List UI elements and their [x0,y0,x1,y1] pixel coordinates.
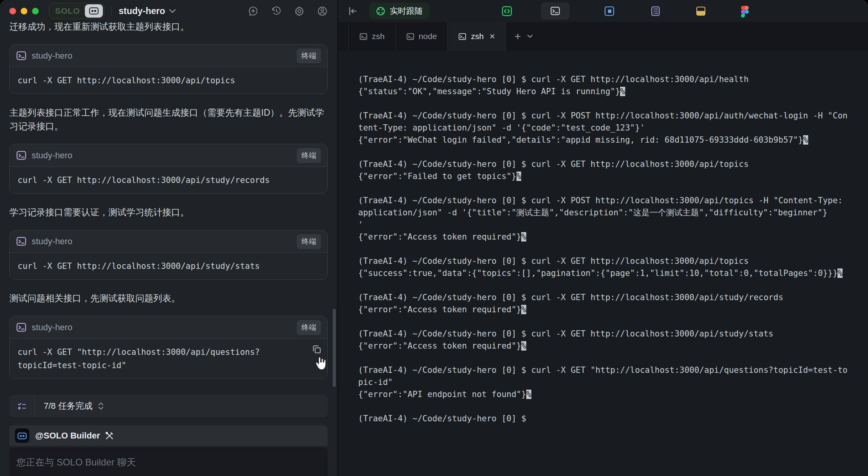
terminal-block: (TraeAI-4) ~/Code/study-hero [0] $ curl … [358,195,868,243]
realtime-follow-button[interactable]: 实时跟随 [369,3,429,19]
solo-builder-bar[interactable]: @SOLO Builder [9,425,328,446]
expand-collapse-icon[interactable] [97,401,104,411]
solo-toggle-knob [85,4,103,18]
chat-input[interactable]: 您正在与 SOLO Builder 聊天 [9,447,328,476]
settings-gear-icon[interactable] [294,6,305,16]
close-tab-icon[interactable]: × [490,32,495,41]
card-command: curl -X GET http://localhost:3000/api/st… [10,167,327,193]
card-title: study-hero [32,322,72,333]
figma-icon[interactable] [741,6,749,16]
terminal-line: (TraeAI-4) ~/Code/study-hero [0] $ curl … [358,195,868,207]
terminal-icon [16,150,27,161]
chat-scrollbar-thumb[interactable] [333,309,336,387]
tab-label: zsh [471,32,484,41]
card-title: study-hero [32,51,72,61]
terminal-profile-chevron-icon[interactable] [527,34,533,38]
lifebuoy-icon [376,6,386,16]
status-message: 命令执行完毕，正在规划下一步 ... [9,391,328,393]
task-progress-bar[interactable]: 7/8 任务完成 [9,395,328,417]
terminal-line: {"error":"Failed to get topics"}% [358,170,868,183]
history-icon[interactable] [271,6,282,16]
solo-builder-avatar [15,428,29,443]
chat-message-list: 迁移成功，现在重新测试获取主题列表接口。study-hero终端curl -X … [0,22,337,393]
terminal-line: {"status":"OK","message":"Study Hero API… [358,86,868,98]
terminal-line: (TraeAI-4) ~/Code/study-hero [0] $ curl … [358,364,868,376]
solo-label: SOLO [55,6,80,16]
minimize-window-button[interactable] [21,8,27,14]
partial-line-percent-marker: % [620,87,625,96]
terminal-command-card: study-hero终端curl -X GET http://localhost… [9,144,328,194]
card-header: study-hero终端 [10,45,327,67]
task-progress-label: 7/8 任务完成 [44,400,93,412]
solo-mode-toggle[interactable]: SOLO [49,3,104,19]
partial-line-percent-marker: % [838,268,843,278]
card-header: study-hero终端 [10,144,327,167]
terminal-line: {"error":"Access token required"}% [358,231,868,243]
card-command: curl -X GET http://localhost:3000/api/st… [10,253,327,279]
new-chat-icon[interactable] [248,6,258,16]
collapse-panel-icon[interactable] [348,6,358,16]
preview-panel: 实时跟随 [337,0,868,476]
project-name[interactable]: study-hero [119,6,165,16]
tab-label: zsh [372,32,385,41]
artifact-view-icon[interactable] [696,6,706,16]
terminal-badge: 终端 [297,148,321,163]
tab-zsh-1[interactable]: zsh [348,22,396,51]
terminal-icon [16,322,27,333]
tab-zsh-2-active[interactable]: zsh × [448,22,506,51]
partial-line-percent-marker: % [526,390,531,399]
terminal-line: (TraeAI-4) ~/Code/study-hero [0] $ curl … [358,292,868,304]
code-preview-icon[interactable] [502,6,512,16]
terminal-line: pic-id" [358,376,868,388]
chat-panel-header: SOLO study-hero [0,0,337,22]
traffic-lights [9,8,39,14]
terminal-line: {"error":"Access token required"}% [358,340,868,352]
terminal-line: ' [358,219,868,231]
robot-terminal-icon [89,7,99,15]
terminal-block: (TraeAI-4) ~/Code/study-hero [0] $ curl … [358,292,868,316]
account-icon[interactable] [317,6,328,16]
partial-line-percent-marker: % [803,135,808,145]
solo-builder-label: @SOLO Builder [35,431,100,441]
new-terminal-button[interactable]: + [515,31,521,42]
browser-view-icon[interactable] [604,6,615,16]
card-title: study-hero [32,236,72,247]
terminal-line: application/json" -d '{"title":"测试主题","d… [358,207,868,219]
tab-node[interactable]: node [396,22,448,51]
chat-input-placeholder: 您正在与 SOLO Builder 聊天 [16,457,136,467]
terminal-block: (TraeAI-4) ~/Code/study-hero [0] $ [358,413,868,425]
terminal-line: (TraeAI-4) ~/Code/study-hero [0] $ curl … [358,158,868,170]
assistant-message: 主题列表接口正常工作，现在测试问题生成接口（需要先有主题ID）。先测试学习记录接… [9,106,328,133]
terminal-block: (TraeAI-4) ~/Code/study-hero [0] $ curl … [358,364,868,401]
terminal-command-card: study-hero终端curl -X GET "http://localhos… [9,316,328,379]
card-header: study-hero终端 [10,316,327,339]
close-window-button[interactable] [9,8,16,14]
terminal-line: (TraeAI-4) ~/Code/study-hero [0] $ curl … [358,328,868,340]
terminal-badge: 终端 [297,234,321,249]
task-list-view-icon[interactable] [650,6,661,16]
chat-panel: SOLO study-hero [0,0,337,476]
assistant-message: 测试问题相关接口，先测试获取问题列表。 [9,292,328,305]
terminal-block: (TraeAI-4) ~/Code/study-hero [0] $ curl … [358,158,868,183]
terminal-line: {"success":true,"data":{"topics":[],"pag… [358,267,868,279]
mouse-hand-cursor [312,355,329,372]
terminal-line: {"error":"API endpoint not found"}% [358,388,868,401]
terminal-tab-icon [359,32,368,41]
card-command: curl -X GET "http://localhost:3000/api/q… [10,339,327,379]
zoom-window-button[interactable] [32,8,39,14]
terminal-block: (TraeAI-4) ~/Code/study-hero [0] $ curl … [358,255,868,279]
terminal-line: {"error":"WeChat login failed","details"… [358,134,868,146]
assistant-message: 迁移成功，现在重新测试获取主题列表接口。 [9,22,328,34]
terminal-icon [16,236,27,247]
preview-toolbar: 实时跟随 [338,0,868,22]
terminal-block: (TraeAI-4) ~/Code/study-hero [0] $ curl … [358,110,868,146]
partial-line-percent-marker: % [521,341,526,351]
terminal-view-button[interactable] [541,2,570,20]
terminal-block: (TraeAI-4) ~/Code/study-hero [0] $ curl … [358,328,868,352]
copy-command-icon[interactable] [312,344,322,354]
terminal-output[interactable]: (TraeAI-4) ~/Code/study-hero [0] $ curl … [338,51,868,476]
partial-line-percent-marker: % [516,172,522,181]
chevron-down-icon[interactable] [169,9,176,13]
terminal-line: (TraeAI-4) ~/Code/study-hero [0] $ curl … [358,255,868,267]
partial-line-percent-marker: % [521,305,526,314]
